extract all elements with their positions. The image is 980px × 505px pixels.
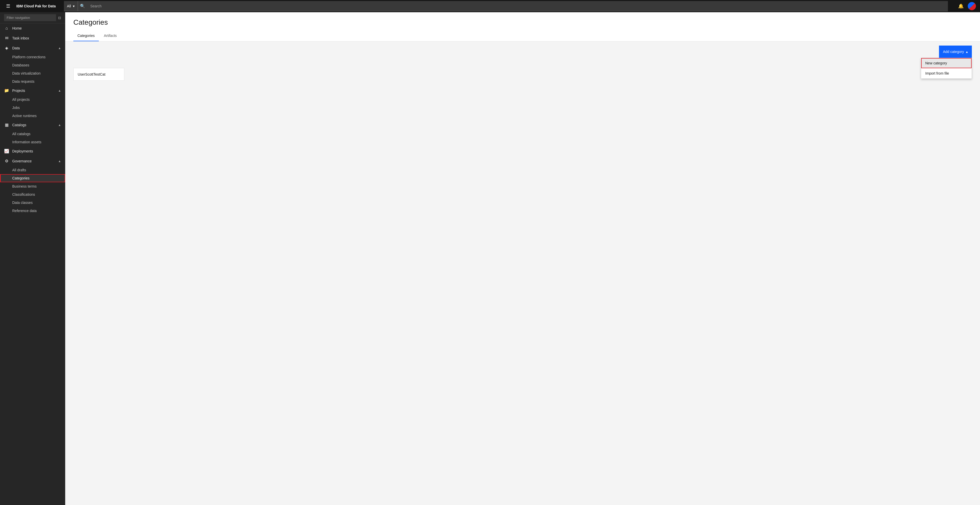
brand-product: Cloud Pak for Data [24, 4, 56, 8]
tab-categories-label: Categories [78, 33, 95, 38]
new-category-button[interactable]: New category [921, 58, 972, 68]
sidebar-item-task-inbox-label: Task inbox [12, 36, 61, 40]
sidebar-item-all-drafts-label: All drafts [12, 168, 26, 172]
page-title: Categories [73, 18, 972, 27]
sidebar-item-reference-data-label: Reference data [12, 209, 37, 213]
catalogs-icon: ▦ [4, 122, 9, 127]
sidebar-item-projects-label: Projects [12, 89, 55, 93]
sidebar-item-deployments[interactable]: 📈 Deployments [0, 146, 65, 156]
sidebar-item-data-virtualization[interactable]: Data virtualization [0, 69, 65, 77]
sidebar-item-classifications[interactable]: Classifications [0, 191, 65, 199]
top-navigation: ☰ IBM Cloud Pak for Data All ▾ 🔍 🔔 [0, 0, 980, 12]
sidebar-item-data[interactable]: ◈ Data ▲ [0, 43, 65, 53]
tab-artifacts-label: Artifacts [104, 33, 117, 38]
sidebar-item-catalogs-label: Catalogs [12, 123, 55, 127]
tab-artifacts[interactable]: Artifacts [100, 30, 121, 41]
notifications-button[interactable]: 🔔 [956, 2, 966, 10]
sidebar-item-home-label: Home [12, 26, 61, 30]
sidebar-item-categories[interactable]: Categories [0, 174, 65, 182]
sidebar-item-all-drafts[interactable]: All drafts [0, 166, 65, 174]
main-content: Categories Categories Artifacts Add cate… [65, 12, 980, 505]
sidebar-item-data-requests-label: Data requests [12, 79, 34, 84]
data-chevron: ▲ [58, 46, 61, 50]
tab-categories[interactable]: Categories [73, 30, 99, 41]
sidebar: ⊟ ⌂ Home ✉ Task inbox ◈ Data ▲ Platform … [0, 12, 65, 505]
sidebar-item-all-projects[interactable]: All projects [0, 95, 65, 103]
avatar[interactable] [968, 2, 976, 10]
sidebar-item-deployments-label: Deployments [12, 149, 61, 153]
sidebar-item-reference-data[interactable]: Reference data [0, 207, 65, 215]
sidebar-item-databases[interactable]: Databases [0, 61, 65, 69]
sidebar-item-information-assets[interactable]: Information assets [0, 138, 65, 146]
deployments-icon: 📈 [4, 149, 9, 154]
sidebar-item-all-catalogs-label: All catalogs [12, 132, 30, 136]
page-tabs: Categories Artifacts [73, 30, 972, 41]
home-icon: ⌂ [4, 26, 9, 30]
category-card[interactable]: UserScottTestCat [73, 68, 124, 81]
sidebar-item-data-classes-label: Data classes [12, 200, 33, 205]
sidebar-item-all-projects-label: All projects [12, 97, 30, 102]
sidebar-item-business-terms-label: Business terms [12, 184, 37, 188]
brand-ibm: IBM [16, 4, 24, 8]
sidebar-item-catalogs[interactable]: ▦ Catalogs ▲ [0, 120, 65, 130]
sidebar-item-platform-connections[interactable]: Platform connections [0, 53, 65, 61]
add-category-wrapper: Add category ▴ New category Import from … [939, 46, 972, 58]
sidebar-filter-input[interactable] [4, 14, 56, 21]
sidebar-item-data-classes[interactable]: Data classes [0, 199, 65, 207]
add-category-button[interactable]: Add category ▴ [939, 46, 972, 58]
sidebar-item-business-terms[interactable]: Business terms [0, 182, 65, 191]
sidebar-item-jobs[interactable]: Jobs [0, 103, 65, 112]
main-layout: ⊟ ⌂ Home ✉ Task inbox ◈ Data ▲ Platform … [0, 12, 980, 505]
sidebar-item-data-label: Data [12, 46, 55, 50]
sidebar-collapse-icon[interactable]: ⊟ [58, 16, 61, 20]
sidebar-item-all-catalogs[interactable]: All catalogs [0, 130, 65, 138]
sidebar-item-databases-label: Databases [12, 63, 29, 67]
import-from-file-label: Import from file [925, 71, 949, 75]
add-category-label: Add category [943, 50, 964, 54]
projects-chevron: ▲ [58, 89, 61, 92]
governance-icon: ⚙ [4, 159, 9, 164]
projects-icon: 📁 [4, 88, 9, 93]
add-category-chevron-icon: ▴ [966, 50, 968, 54]
toolbar: Add category ▴ New category Import from … [65, 41, 980, 62]
brand-name: IBM Cloud Pak for Data [16, 4, 56, 8]
search-bar: All ▾ 🔍 [64, 1, 948, 11]
governance-chevron: ▲ [58, 159, 61, 163]
sidebar-item-active-runtimes[interactable]: Active runtimes [0, 112, 65, 120]
sidebar-item-data-virtualization-label: Data virtualization [12, 71, 40, 75]
sidebar-item-data-requests[interactable]: Data requests [0, 77, 65, 86]
sidebar-item-information-assets-label: Information assets [12, 140, 41, 144]
sidebar-item-jobs-label: Jobs [12, 106, 20, 110]
catalogs-chevron: ▲ [58, 123, 61, 127]
sidebar-item-task-inbox[interactable]: ✉ Task inbox [0, 33, 65, 43]
search-scope-button[interactable]: All ▾ [64, 1, 78, 11]
topnav-right-section: 🔔 [956, 2, 976, 10]
sidebar-item-governance-label: Governance [12, 159, 55, 163]
sidebar-item-projects[interactable]: 📁 Projects ▲ [0, 86, 65, 95]
sidebar-item-categories-label: Categories [12, 176, 30, 180]
page-header: Categories Categories Artifacts [65, 12, 980, 41]
category-card-label: UserScottTestCat [78, 72, 105, 76]
search-input[interactable] [87, 4, 948, 8]
sidebar-item-governance[interactable]: ⚙ Governance ▲ [0, 156, 65, 166]
menu-button[interactable]: ☰ [4, 2, 12, 10]
search-scope-label: All [67, 4, 71, 8]
data-icon: ◈ [4, 46, 9, 51]
search-scope-chevron: ▾ [73, 4, 75, 8]
categories-grid: UserScottTestCat [65, 62, 980, 505]
sidebar-item-classifications-label: Classifications [12, 192, 35, 197]
task-inbox-icon: ✉ [4, 36, 9, 40]
add-category-dropdown: New category Import from file [921, 58, 972, 79]
import-from-file-button[interactable]: Import from file [921, 68, 972, 78]
search-icon: 🔍 [78, 3, 87, 8]
sidebar-item-home[interactable]: ⌂ Home [0, 24, 65, 33]
sidebar-item-active-runtimes-label: Active runtimes [12, 114, 37, 118]
sidebar-item-platform-connections-label: Platform connections [12, 55, 46, 59]
new-category-label: New category [925, 61, 947, 65]
sidebar-filter-container: ⊟ [0, 12, 65, 24]
